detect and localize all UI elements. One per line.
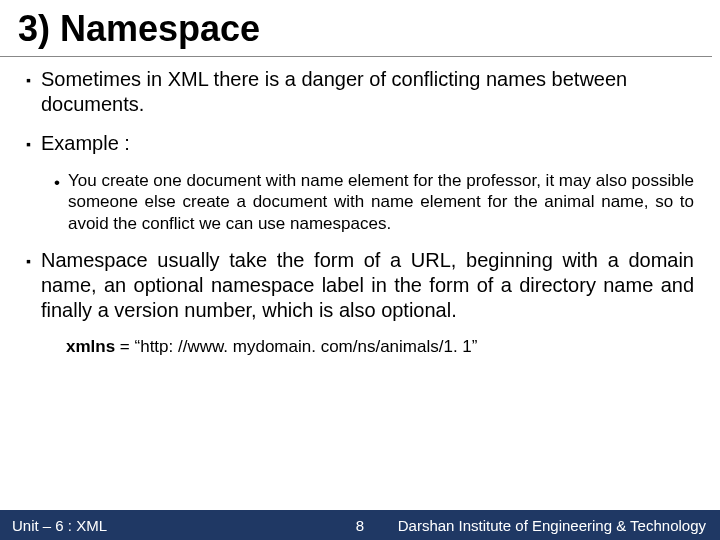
slide-footer: Unit – 6 : XML 8 Darshan Institute of En…: [0, 510, 720, 540]
code-example: xmlns = “http: //www. mydomain. com/ns/a…: [66, 337, 694, 357]
sub-bullet-item: • You create one document with name elem…: [54, 170, 694, 234]
bullet-item: ▪ Sometimes in XML there is a danger of …: [26, 67, 694, 117]
square-bullet-icon: ▪: [26, 72, 31, 90]
content-area: ▪ Sometimes in XML there is a danger of …: [0, 57, 720, 357]
square-bullet-icon: ▪: [26, 253, 31, 271]
dot-bullet-icon: •: [54, 172, 60, 193]
code-keyword: xmlns: [66, 337, 115, 356]
bullet-text: Sometimes in XML there is a danger of co…: [41, 67, 694, 117]
bullet-text: Example :: [41, 131, 694, 156]
square-bullet-icon: ▪: [26, 136, 31, 154]
bullet-text: Namespace usually take the form of a URL…: [41, 248, 694, 323]
bullet-item: ▪ Example :: [26, 131, 694, 156]
footer-institute: Darshan Institute of Engineering & Techn…: [398, 517, 720, 534]
footer-unit-label: Unit – 6 : XML: [0, 517, 107, 534]
bullet-item: ▪ Namespace usually take the form of a U…: [26, 248, 694, 323]
sub-bullet-text: You create one document with name elemen…: [68, 170, 694, 234]
footer-page-number: 8: [356, 517, 364, 534]
code-rest: = “http: //www. mydomain. com/ns/animals…: [115, 337, 477, 356]
slide-title: 3) Namespace: [0, 0, 712, 57]
